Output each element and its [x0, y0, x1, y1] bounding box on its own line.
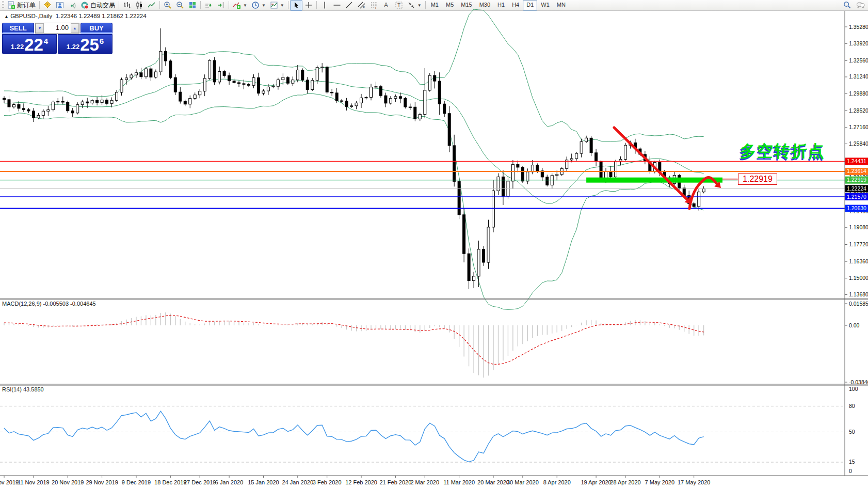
candle — [37, 115, 40, 118]
candle — [135, 73, 137, 75]
candle — [169, 61, 172, 77]
date-label: 24 Jan 2020 — [282, 479, 314, 485]
candle — [580, 141, 583, 153]
candle — [120, 80, 123, 92]
candles — [3, 28, 705, 289]
candle — [27, 109, 30, 111]
candle — [71, 111, 74, 113]
candle — [267, 87, 269, 91]
candle — [3, 98, 6, 100]
date-label: 27 Dec 2019 — [184, 479, 216, 485]
candle — [140, 73, 142, 77]
y-tick-label: 1.19080 — [849, 224, 868, 230]
candle — [443, 104, 446, 113]
sell-button[interactable]: SELL — [2, 23, 34, 34]
candle — [159, 51, 162, 72]
date-label: 21 Feb 2020 — [380, 479, 412, 485]
macd-axis-label: -0.038465 — [849, 379, 868, 385]
candle — [228, 75, 231, 81]
candle — [243, 84, 245, 84]
date-label: 17 May 2020 — [678, 479, 711, 485]
candle — [52, 102, 54, 109]
candle — [399, 97, 401, 99]
candle — [233, 81, 235, 83]
candle — [57, 101, 59, 102]
candle — [213, 60, 216, 82]
candle — [521, 167, 524, 181]
candle — [306, 80, 309, 89]
candle — [238, 83, 240, 84]
collapse-triangle-icon[interactable]: ▲ — [4, 14, 9, 19]
rsi-value: 43.5850 — [23, 386, 44, 392]
volume-input[interactable]: 1.00 — [44, 23, 71, 33]
candle — [365, 98, 367, 98]
macd-signal-line — [4, 316, 704, 365]
candle — [282, 77, 284, 80]
sell-price-display[interactable]: 1.22 22 4 — [2, 34, 57, 54]
candle — [570, 159, 573, 160]
candle — [590, 138, 592, 153]
svg-text:1.22919: 1.22919 — [847, 177, 866, 183]
candle — [438, 81, 441, 104]
candle — [130, 75, 133, 78]
price-callout-box[interactable]: 1.22919 — [738, 174, 777, 185]
sell-price-big: 22 — [24, 37, 43, 53]
buy-price-big: 25 — [80, 37, 99, 53]
candle — [473, 276, 475, 281]
candle — [698, 192, 700, 207]
candle — [248, 84, 250, 85]
candle — [370, 87, 373, 98]
candle — [321, 67, 324, 68]
candle — [262, 91, 265, 93]
candle — [184, 101, 186, 104]
candle — [208, 60, 211, 78]
candle — [106, 100, 108, 104]
down-trend-arrow[interactable] — [614, 128, 686, 199]
date-label: 7 May 2020 — [645, 479, 674, 485]
candle — [546, 177, 549, 185]
candle — [702, 188, 705, 192]
candle — [154, 72, 157, 77]
volume-decrease-button[interactable]: ▼ — [36, 23, 44, 33]
date-label: 20 Nov 2019 — [52, 479, 84, 485]
date-label: 11 Nov 2019 — [18, 479, 50, 485]
candle — [355, 103, 358, 106]
chart-canvas[interactable]: 1.352801.339201.325601.312401.298801.285… — [0, 0, 868, 488]
rsi-name: RSI(14) — [2, 386, 22, 392]
candle — [375, 87, 377, 87]
buy-price-display[interactable]: 1.22 25 6 — [58, 34, 112, 54]
candle — [693, 203, 695, 207]
candle — [433, 75, 436, 81]
low-value: 1.21862 — [102, 13, 123, 19]
buy-button[interactable]: BUY — [81, 23, 112, 34]
candle — [218, 71, 221, 82]
date-label: 28 Apr 2020 — [610, 479, 640, 485]
candle — [517, 164, 519, 167]
candle — [301, 70, 304, 80]
rsi-axis-label: 15 — [849, 459, 855, 465]
chart-ohlc-readout: ▲ GBPUSD-,Daily 1.22346 1.22489 1.21862 … — [4, 13, 147, 19]
rsi-line — [4, 411, 704, 462]
candle — [414, 107, 416, 119]
macd-name: MACD(12,26,9) — [2, 301, 41, 307]
date-label: 2 Mar 2020 — [410, 479, 439, 485]
y-tick-label: 1.16360 — [849, 258, 868, 264]
close-value: 1.22224 — [125, 13, 147, 19]
macd-axis-label: 0.00 — [849, 322, 860, 328]
candle — [345, 101, 348, 107]
rsi-axis-label: 50 — [849, 429, 855, 435]
buy-price-prefix: 1.22 — [67, 43, 79, 51]
candle — [110, 100, 113, 103]
sell-price-prefix: 1.22 — [11, 43, 24, 51]
one-click-trading-panel: SELL ▼ 1.00 ▲ BUY 1.22 22 4 1.22 25 6 — [2, 23, 112, 54]
date-label: 15 Jan 2020 — [248, 479, 279, 485]
lower-band — [4, 93, 704, 309]
date-label: 9 Dec 2019 — [122, 479, 151, 485]
candle — [404, 98, 407, 107]
date-label: 19 Apr 2020 — [581, 479, 611, 485]
candle — [531, 165, 534, 172]
candle — [272, 86, 275, 87]
volume-increase-button[interactable]: ▲ — [71, 23, 79, 33]
y-tick-label: 1.35280 — [849, 24, 868, 30]
candle — [286, 77, 289, 83]
